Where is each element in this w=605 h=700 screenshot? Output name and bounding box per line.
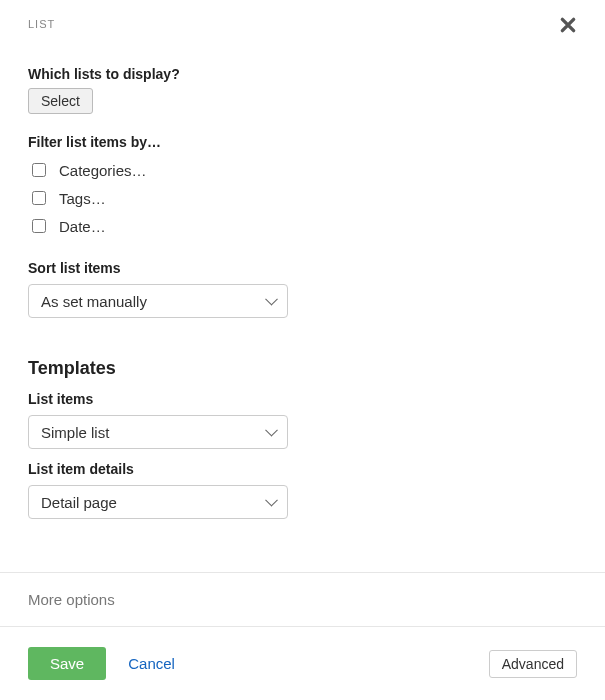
list-items-select[interactable]: Simple list: [28, 415, 288, 449]
advanced-button[interactable]: Advanced: [489, 650, 577, 678]
panel-header: LIST: [0, 0, 605, 44]
list-items-label: List items: [28, 391, 577, 407]
footer-left: Save Cancel: [28, 647, 175, 680]
panel-body: Which lists to display? Select Filter li…: [0, 44, 605, 572]
filter-row-tags: Tags…: [28, 184, 577, 212]
templates-heading: Templates: [28, 358, 577, 379]
panel-footer: Save Cancel Advanced: [0, 627, 605, 700]
filter-label-categories[interactable]: Categories…: [59, 162, 147, 179]
list-details-select[interactable]: Detail page: [28, 485, 288, 519]
sort-dropdown[interactable]: As set manually: [28, 284, 288, 318]
close-icon[interactable]: [559, 16, 577, 34]
which-lists-label: Which lists to display?: [28, 66, 577, 82]
filter-label-date[interactable]: Date…: [59, 218, 106, 235]
sort-select[interactable]: As set manually: [28, 284, 288, 318]
filter-row-categories: Categories…: [28, 156, 577, 184]
sort-label: Sort list items: [28, 260, 577, 276]
filter-row-date: Date…: [28, 212, 577, 240]
list-items-dropdown[interactable]: Simple list: [28, 415, 288, 449]
filter-checkbox-date[interactable]: [32, 219, 46, 233]
which-lists-select-button[interactable]: Select: [28, 88, 93, 114]
filter-checkbox-tags[interactable]: [32, 191, 46, 205]
save-button[interactable]: Save: [28, 647, 106, 680]
filter-label: Filter list items by…: [28, 134, 577, 150]
filter-label-tags[interactable]: Tags…: [59, 190, 106, 207]
list-settings-panel: LIST Which lists to display? Select Filt…: [0, 0, 605, 700]
panel-title: LIST: [28, 18, 55, 30]
list-details-dropdown[interactable]: Detail page: [28, 485, 288, 519]
filter-checkbox-categories[interactable]: [32, 163, 46, 177]
list-details-label: List item details: [28, 461, 577, 477]
filter-list: Categories… Tags… Date…: [28, 156, 577, 240]
cancel-button[interactable]: Cancel: [128, 655, 175, 672]
more-options-row[interactable]: More options: [0, 572, 605, 627]
